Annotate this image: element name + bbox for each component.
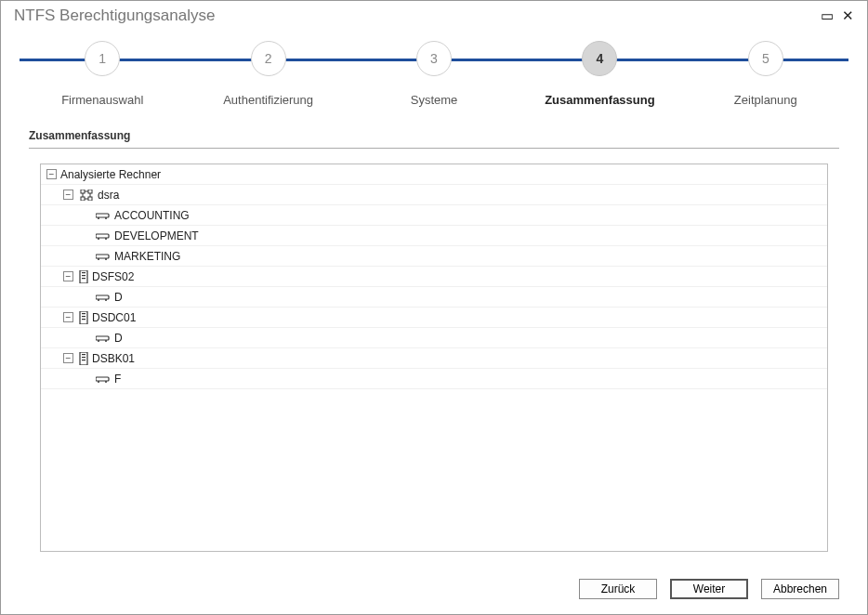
svg-rect-27 xyxy=(82,319,85,320)
tree-share[interactable]: ACCOUNTING xyxy=(41,205,827,226)
host-label: DSDC01 xyxy=(92,311,136,324)
tree-share[interactable]: DEVELOPMENT xyxy=(41,226,827,246)
svg-rect-8 xyxy=(96,214,109,217)
step-1[interactable]: 1Firmenauswahl xyxy=(20,34,185,107)
svg-point-10 xyxy=(105,217,107,219)
tree-root-label: Analysierte Rechner xyxy=(60,168,161,181)
tree-host[interactable]: −DSFS02 xyxy=(41,267,827,287)
expand-icon[interactable]: − xyxy=(63,353,73,363)
expand-icon[interactable]: − xyxy=(63,312,73,322)
svg-rect-26 xyxy=(82,316,85,317)
share-label: D xyxy=(114,332,123,345)
server-icon xyxy=(79,270,88,283)
step-circle: 4 xyxy=(582,41,617,76)
step-label: Systeme xyxy=(351,93,517,107)
step-circle: 3 xyxy=(416,41,452,76)
svg-rect-11 xyxy=(96,234,109,238)
expand-icon[interactable]: − xyxy=(46,169,57,179)
step-label: Zusammenfassung xyxy=(517,93,682,107)
svg-rect-25 xyxy=(82,313,85,314)
svg-point-30 xyxy=(105,340,107,342)
step-circle: 5 xyxy=(748,41,783,76)
svg-point-23 xyxy=(105,299,107,301)
share-label: F xyxy=(114,373,121,386)
network-icon xyxy=(79,190,94,201)
server-icon xyxy=(79,352,88,365)
cancel-button[interactable]: Abbrechen xyxy=(761,579,839,599)
svg-rect-18 xyxy=(82,272,85,273)
wizard-stepper: 1Firmenauswahl2Authentifizierung3Systeme… xyxy=(20,34,848,109)
svg-rect-33 xyxy=(82,357,85,358)
section-heading: Zusammenfassung xyxy=(29,129,839,149)
svg-point-9 xyxy=(98,217,99,219)
share-icon xyxy=(96,375,111,383)
share-icon xyxy=(96,294,111,301)
tree-host[interactable]: −dsra xyxy=(41,185,827,205)
server-icon xyxy=(79,311,88,324)
svg-rect-32 xyxy=(82,354,85,355)
tree-share[interactable]: F xyxy=(41,369,827,389)
tree-host[interactable]: −DSBK01 xyxy=(41,348,827,369)
svg-rect-14 xyxy=(96,255,109,258)
maximize-icon[interactable]: ▭ xyxy=(817,7,837,24)
svg-rect-28 xyxy=(96,336,109,340)
step-3[interactable]: 3Systeme xyxy=(351,34,517,107)
share-icon xyxy=(96,253,111,260)
svg-point-15 xyxy=(98,258,99,260)
svg-rect-20 xyxy=(82,278,85,279)
svg-rect-34 xyxy=(82,360,85,360)
tree-share[interactable]: D xyxy=(41,287,827,308)
svg-point-12 xyxy=(98,238,99,240)
svg-point-13 xyxy=(105,238,107,240)
close-icon[interactable]: ✕ xyxy=(837,7,858,24)
svg-point-16 xyxy=(105,258,107,260)
tree-share[interactable]: MARKETING xyxy=(41,246,827,267)
svg-point-22 xyxy=(98,299,99,301)
step-label: Zeitplanung xyxy=(683,93,848,107)
host-label: DSFS02 xyxy=(92,270,134,283)
svg-rect-1 xyxy=(88,190,92,193)
step-circle: 2 xyxy=(251,41,286,76)
host-label: dsra xyxy=(98,189,119,202)
svg-rect-35 xyxy=(96,377,109,381)
summary-tree[interactable]: −Analysierte Rechner−dsraACCOUNTINGDEVEL… xyxy=(40,164,828,552)
share-label: DEVELOPMENT xyxy=(114,229,199,242)
tree-root[interactable]: −Analysierte Rechner xyxy=(41,164,827,185)
svg-rect-2 xyxy=(81,197,85,201)
svg-rect-0 xyxy=(81,190,85,193)
svg-rect-3 xyxy=(88,197,92,201)
svg-rect-21 xyxy=(96,295,109,299)
step-circle: 1 xyxy=(85,41,120,76)
tree-host[interactable]: −DSDC01 xyxy=(41,308,827,328)
wizard-buttons: Zurück Weiter Abbrechen xyxy=(1,568,867,614)
share-label: MARKETING xyxy=(114,250,180,263)
step-2[interactable]: 2Authentifizierung xyxy=(185,34,350,107)
step-label: Firmenauswahl xyxy=(20,93,185,107)
step-4[interactable]: 4Zusammenfassung xyxy=(517,34,682,107)
tree-share[interactable]: D xyxy=(41,328,827,348)
window-title: NTFS Berechtigungsanalyse xyxy=(14,7,817,25)
expand-icon[interactable]: − xyxy=(63,271,73,281)
titlebar: NTFS Berechtigungsanalyse ▭ ✕ xyxy=(1,1,867,29)
next-button[interactable]: Weiter xyxy=(670,579,748,599)
share-label: D xyxy=(114,291,123,304)
step-label: Authentifizierung xyxy=(185,93,350,107)
share-icon xyxy=(96,334,111,342)
expand-icon[interactable]: − xyxy=(63,190,73,200)
svg-point-37 xyxy=(105,381,107,383)
host-label: DSBK01 xyxy=(92,352,135,365)
share-icon xyxy=(96,232,111,240)
step-5[interactable]: 5Zeitplanung xyxy=(683,34,848,107)
back-button[interactable]: Zurück xyxy=(579,579,657,599)
share-icon xyxy=(96,212,111,219)
svg-point-29 xyxy=(98,340,99,342)
svg-rect-19 xyxy=(82,275,85,276)
share-label: ACCOUNTING xyxy=(114,209,190,222)
svg-point-36 xyxy=(98,381,99,383)
